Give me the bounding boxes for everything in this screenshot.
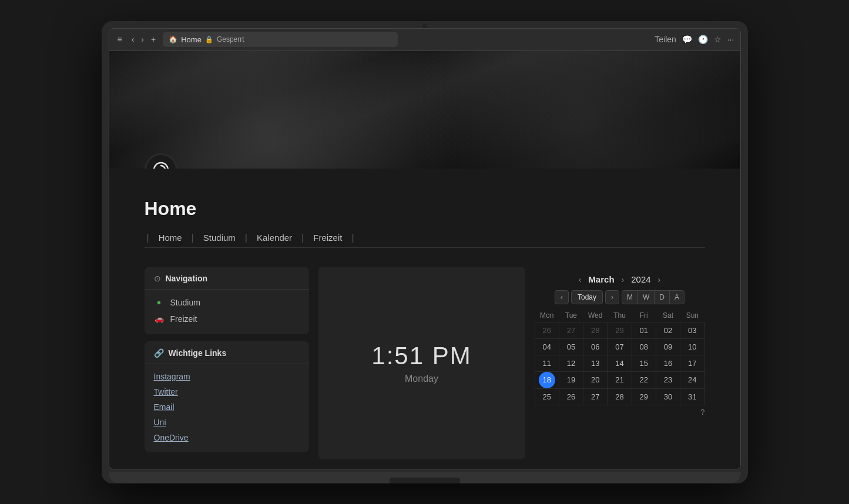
cal-cell[interactable]: 02 xyxy=(656,322,680,338)
laptop-notch xyxy=(390,478,460,483)
nav-tab-studium[interactable]: Studium xyxy=(199,229,240,247)
links-widget-icon: 🔗 xyxy=(154,348,164,358)
browser-forward-button[interactable]: › xyxy=(139,33,146,45)
cal-cell[interactable]: 17 xyxy=(680,355,704,371)
browser-bookmark-icon[interactable]: ☆ xyxy=(714,35,722,44)
cal-cell[interactable]: 26 xyxy=(535,322,559,338)
cal-header-thu: Thu xyxy=(608,309,632,322)
link-twitter[interactable]: Twitter xyxy=(154,384,300,399)
calendar-help[interactable]: ? xyxy=(535,405,705,419)
calendar-widget: ‹ March › 2024 › ‹ Today › M W D xyxy=(535,267,705,459)
clock-day: Monday xyxy=(405,374,438,384)
laptop-camera xyxy=(422,23,427,28)
navigation-widget: ⊙ Navigation ● Studium 🚗 Freizeit xyxy=(145,267,309,334)
nav-tabs: | Home | Studium | Kalender | Freizeit | xyxy=(145,229,705,248)
links-widget-header: 🔗 Wichtige Links xyxy=(145,341,309,364)
calendar-view-day[interactable]: D xyxy=(655,291,670,304)
nav-tab-kalender[interactable]: Kalender xyxy=(252,229,297,247)
browser-comment-icon[interactable]: 💬 xyxy=(682,35,692,44)
cal-cell[interactable]: 16 xyxy=(656,355,680,371)
cal-cell[interactable]: 19 xyxy=(559,371,583,388)
laptop-outer: ≡ ‹ › + 🏠 Home 🔒 Gesperrt Teilen 💬 🕐 ☆ ·… xyxy=(102,21,748,483)
cal-cell[interactable]: 06 xyxy=(583,338,608,355)
cal-cell[interactable]: 30 xyxy=(656,388,680,405)
nav-tab-home[interactable]: Home xyxy=(154,229,187,247)
cal-cell[interactable]: 12 xyxy=(559,355,583,371)
calendar-next-month[interactable]: › xyxy=(619,274,627,285)
cal-cell[interactable]: 03 xyxy=(680,322,704,338)
calendar-prev-month[interactable]: ‹ xyxy=(576,274,584,285)
freizeit-label: Freizeit xyxy=(170,314,197,324)
cal-cell[interactable]: 13 xyxy=(583,355,608,371)
calendar-grid: Mon Tue Wed Thu Fri Sat Sun 262728290102… xyxy=(535,309,705,405)
cal-cell[interactable]: 09 xyxy=(656,338,680,355)
cal-cell[interactable]: 31 xyxy=(680,388,704,405)
studium-label: Studium xyxy=(170,298,200,307)
calendar-view-agenda[interactable]: A xyxy=(670,291,684,304)
calendar-header: ‹ March › 2024 › xyxy=(535,267,705,290)
cal-cell[interactable]: 27 xyxy=(583,388,608,405)
browser-right-actions: Teilen 💬 🕐 ☆ ··· xyxy=(655,35,734,44)
cal-cell[interactable]: 04 xyxy=(535,338,559,355)
cal-cell[interactable]: 14 xyxy=(608,355,632,371)
links-widget-items: Instagram Twitter Email Uni OneDrive xyxy=(145,364,309,452)
main-content: ⊙ Navigation ● Studium 🚗 Freizeit xyxy=(109,257,740,469)
calendar-view-month[interactable]: M xyxy=(622,291,638,304)
browser-url-bar[interactable]: 🏠 Home 🔒 Gesperrt xyxy=(163,32,398,47)
cal-cell[interactable]: 18 xyxy=(535,371,559,388)
page-header: Home | Home | Studium | Kalender | Freiz… xyxy=(109,169,740,257)
cal-cell[interactable]: 24 xyxy=(680,371,704,388)
cal-cell[interactable]: 10 xyxy=(680,338,704,355)
cal-cell[interactable]: 08 xyxy=(632,338,656,355)
laptop-base xyxy=(109,472,741,483)
calendar-year: 2024 xyxy=(631,274,650,284)
cal-cell[interactable]: 22 xyxy=(632,371,656,388)
link-email[interactable]: Email xyxy=(154,399,300,415)
calendar-month: March xyxy=(588,274,614,284)
nav-item-studium[interactable]: ● Studium xyxy=(154,294,300,311)
cal-header-tue: Tue xyxy=(559,309,583,322)
cal-cell[interactable]: 29 xyxy=(632,388,656,405)
cal-cell[interactable]: 26 xyxy=(559,388,583,405)
nav-item-freizeit[interactable]: 🚗 Freizeit xyxy=(154,311,300,327)
cal-cell[interactable]: 20 xyxy=(583,371,608,388)
cal-cell[interactable]: 25 xyxy=(535,388,559,405)
cal-cell[interactable]: 28 xyxy=(608,388,632,405)
calendar-next-year[interactable]: › xyxy=(656,274,663,285)
logo-svg xyxy=(152,161,170,169)
cal-cell[interactable]: 21 xyxy=(608,371,632,388)
cal-cell[interactable]: 23 xyxy=(656,371,680,388)
cal-header-wed: Wed xyxy=(583,309,608,322)
calendar-prev-btn[interactable]: ‹ xyxy=(555,290,569,304)
browser-share-button[interactable]: Teilen xyxy=(655,35,676,44)
clock-time: 1:51 PM xyxy=(371,342,471,370)
cal-cell[interactable]: 27 xyxy=(559,322,583,338)
cal-cell[interactable]: 11 xyxy=(535,355,559,371)
cal-cell[interactable]: 28 xyxy=(583,322,608,338)
browser-menu-icon[interactable]: ≡ xyxy=(115,33,125,45)
calendar-next-btn[interactable]: › xyxy=(605,290,619,304)
link-instagram[interactable]: Instagram xyxy=(154,369,300,384)
browser-back-button[interactable]: ‹ xyxy=(129,33,137,45)
browser-url-title: Home xyxy=(181,35,202,44)
cal-cell[interactable]: 01 xyxy=(632,322,656,338)
nav-sep-3: | xyxy=(299,233,306,243)
browser-more-icon[interactable]: ··· xyxy=(727,35,734,44)
cal-cell[interactable]: 29 xyxy=(608,322,632,338)
cal-cell[interactable]: 07 xyxy=(608,338,632,355)
cal-cell[interactable]: 15 xyxy=(632,355,656,371)
link-uni[interactable]: Uni xyxy=(154,415,300,430)
calendar-today-btn[interactable]: Today xyxy=(571,290,603,304)
navigation-widget-items: ● Studium 🚗 Freizeit xyxy=(145,290,309,334)
browser-history-icon[interactable]: 🕐 xyxy=(698,35,708,44)
browser-newtab-button[interactable]: + xyxy=(149,33,158,45)
link-onedrive[interactable]: OneDrive xyxy=(154,430,300,445)
cal-cell[interactable]: 05 xyxy=(559,338,583,355)
studium-icon: ● xyxy=(154,298,165,307)
page-title: Home xyxy=(145,198,705,220)
hero-banner xyxy=(109,51,740,169)
freizeit-icon: 🚗 xyxy=(154,314,165,323)
nav-tab-freizeit[interactable]: Freizeit xyxy=(308,229,347,247)
navigation-widget-title: Navigation xyxy=(166,274,208,283)
calendar-view-week[interactable]: W xyxy=(638,291,655,304)
